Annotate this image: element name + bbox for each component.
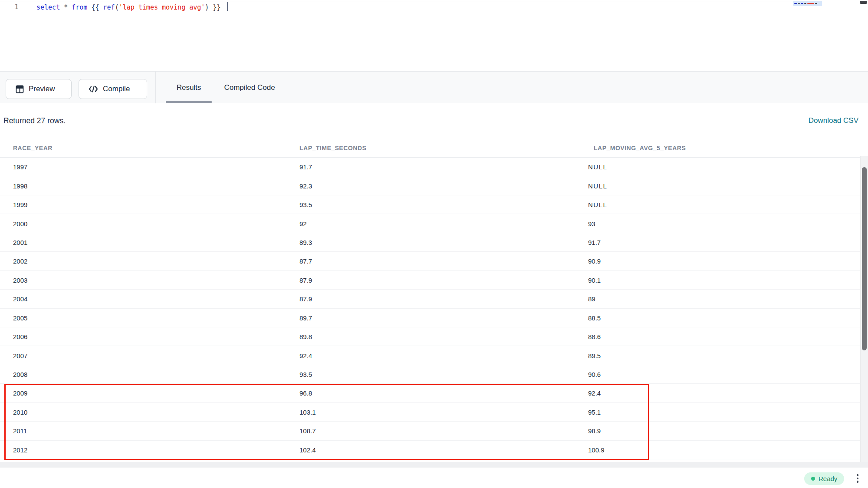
cell-lap-time-seconds: 89.3 — [299, 238, 312, 246]
cell-lap-time-seconds: 103.1 — [299, 408, 316, 415]
column-header-lap-moving-avg: LAP_MOVING_AVG_5_YEARS — [594, 145, 686, 152]
table-row[interactable]: 199993.5NULL — [0, 195, 868, 214]
code-token: 'lap_times_moving_avg' — [119, 3, 205, 11]
text-cursor — [227, 2, 228, 11]
minimap-mark — [804, 3, 806, 4]
cell-lap-moving-avg: NULL — [588, 201, 607, 208]
cell-race-year: 2005 — [13, 314, 27, 321]
cell-race-year: 2010 — [13, 408, 27, 415]
cell-lap-moving-avg: 89.5 — [588, 352, 601, 359]
minimap-mark — [815, 3, 817, 4]
vertical-scrollbar-thumb[interactable] — [862, 167, 867, 350]
cell-lap-time-seconds: 93.5 — [299, 201, 312, 208]
download-csv-link[interactable]: Download CSV — [809, 116, 858, 125]
table-row[interactable]: 200287.790.9 — [0, 252, 868, 270]
table-row[interactable]: 200589.788.5 — [0, 309, 868, 327]
minimap-mark — [807, 3, 814, 4]
cell-lap-moving-avg: 90.1 — [588, 276, 601, 284]
editor-minimap[interactable] — [793, 1, 822, 6]
cell-lap-moving-avg: 93 — [588, 220, 595, 227]
cell-lap-moving-avg: 89 — [588, 295, 595, 303]
table-row[interactable]: 2010103.195.1 — [0, 403, 868, 422]
tab-compiled-code-label: Compiled Code — [224, 83, 275, 92]
code-brackets-icon — [89, 85, 98, 93]
compile-button-label: Compile — [103, 85, 130, 93]
cell-lap-time-seconds: 92.3 — [299, 182, 312, 189]
cell-race-year: 1997 — [13, 163, 27, 171]
sql-editor[interactable]: 1 select * from {{ ref('lap_times_moving… — [0, 0, 868, 71]
cell-lap-time-seconds: 87.9 — [299, 276, 312, 284]
toolbar-divider — [155, 72, 156, 104]
cell-race-year: 2004 — [13, 295, 27, 303]
cell-lap-time-seconds: 93.5 — [299, 371, 312, 378]
cell-race-year: 2001 — [13, 238, 27, 246]
table-row[interactable]: 200189.391.7 — [0, 233, 868, 252]
cell-lap-time-seconds: 102.4 — [299, 446, 316, 453]
cell-lap-moving-avg: 100.9 — [588, 446, 605, 453]
table-row[interactable]: 199791.7NULL — [0, 158, 868, 176]
cell-lap-time-seconds: 87.9 — [299, 295, 312, 303]
cell-lap-moving-avg: NULL — [588, 182, 607, 189]
green-dot-icon — [811, 477, 815, 481]
status-bar: Ready — [0, 468, 868, 488]
cell-lap-time-seconds: 87.7 — [299, 257, 312, 265]
cell-lap-moving-avg: 88.6 — [588, 333, 601, 340]
code-text[interactable]: select * from {{ ref('lap_times_moving_a… — [36, 3, 220, 12]
cell-lap-moving-avg: 88.5 — [588, 314, 601, 321]
cell-race-year: 2011 — [13, 427, 27, 435]
cell-lap-moving-avg: 95.1 — [588, 408, 601, 415]
preview-button[interactable]: Preview — [6, 79, 72, 99]
cell-lap-moving-avg: 90.6 — [588, 371, 601, 378]
code-token: ( — [115, 3, 119, 11]
code-token: {{ — [87, 3, 103, 11]
cell-race-year: 2012 — [13, 446, 27, 453]
cell-lap-time-seconds: 91.7 — [299, 163, 312, 171]
status-badge-label: Ready — [819, 475, 837, 482]
row-count-summary: Returned 27 rows. — [3, 116, 66, 125]
column-header-lap-time-seconds: LAP_TIME_SECONDS — [299, 145, 366, 152]
table-body: 199791.7NULL199892.3NULL199993.5NULL2000… — [0, 158, 868, 459]
table-row[interactable]: 200792.489.5 — [0, 346, 868, 365]
line-number: 1 — [0, 3, 33, 11]
cell-lap-time-seconds: 92 — [299, 220, 307, 227]
code-token — [60, 3, 64, 11]
cell-lap-moving-avg: 90.9 — [588, 257, 601, 265]
tab-compiled-code[interactable]: Compiled Code — [222, 72, 277, 104]
table-grid-icon — [16, 85, 24, 93]
code-token: }} — [209, 3, 220, 11]
cell-race-year: 1998 — [13, 182, 27, 189]
cell-lap-moving-avg: 92.4 — [588, 389, 601, 397]
cell-race-year: 1999 — [13, 201, 27, 208]
table-row[interactable]: 200689.888.6 — [0, 327, 868, 346]
cell-lap-moving-avg: NULL — [588, 163, 607, 171]
cell-race-year: 2009 — [13, 389, 27, 397]
dbt-ide-window: 1 select * from {{ ref('lap_times_moving… — [0, 0, 868, 488]
code-token: from — [72, 3, 87, 11]
table-row[interactable]: 200387.990.1 — [0, 271, 868, 290]
minimap-mark — [794, 3, 797, 4]
table-row[interactable]: 2012102.4100.9 — [0, 441, 868, 459]
table-row[interactable]: 200893.590.6 — [0, 365, 868, 384]
minimap-mark — [798, 3, 800, 4]
active-code-line[interactable]: 1 select * from {{ ref('lap_times_moving… — [0, 1, 801, 12]
table-header-row: RACE_YEAR LAP_TIME_SECONDS LAP_MOVING_AV… — [0, 139, 868, 158]
cell-race-year: 2002 — [13, 257, 27, 265]
code-token: * — [64, 3, 68, 11]
tab-results[interactable]: Results — [166, 72, 212, 104]
kebab-menu-icon[interactable] — [855, 473, 861, 484]
cell-lap-time-seconds: 108.7 — [299, 427, 316, 435]
editor-scrollbar-thumb[interactable] — [860, 1, 867, 4]
cell-lap-time-seconds: 96.8 — [299, 389, 312, 397]
cell-lap-time-seconds: 89.8 — [299, 333, 312, 340]
table-row[interactable]: 199892.3NULL — [0, 176, 868, 195]
compile-button[interactable]: Compile — [79, 79, 147, 99]
tab-results-label: Results — [177, 83, 201, 92]
cell-lap-time-seconds: 89.7 — [299, 314, 312, 321]
table-row[interactable]: 2011108.798.9 — [0, 422, 868, 440]
table-row[interactable]: 20009293 — [0, 214, 868, 233]
horizontal-scrollbar-track[interactable] — [0, 462, 868, 468]
table-row[interactable]: 200996.892.4 — [0, 384, 868, 402]
table-row[interactable]: 200487.989 — [0, 290, 868, 308]
cell-lap-time-seconds: 92.4 — [299, 352, 312, 359]
cell-race-year: 2000 — [13, 220, 27, 227]
